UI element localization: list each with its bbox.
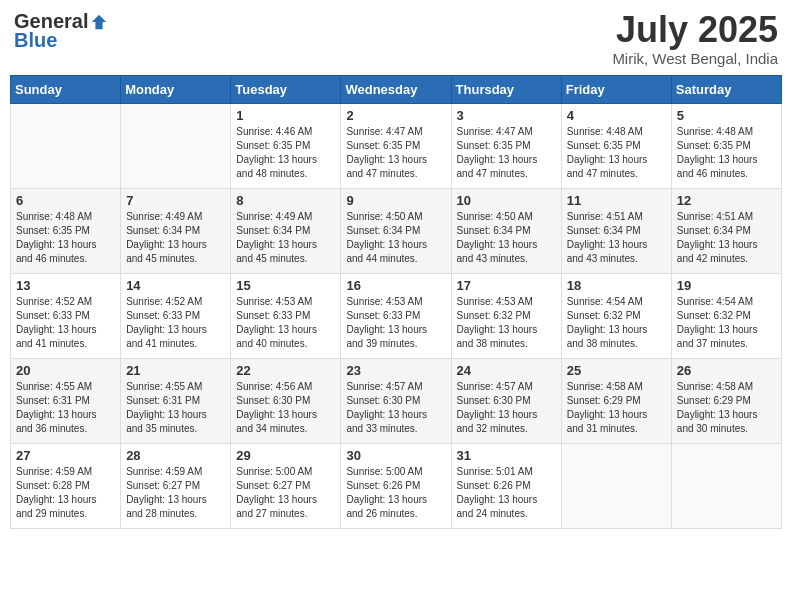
calendar-table: SundayMondayTuesdayWednesdayThursdayFrid… (10, 75, 782, 529)
day-number: 18 (567, 278, 666, 293)
day-info: Sunrise: 4:50 AMSunset: 6:34 PMDaylight:… (346, 210, 445, 266)
day-number: 26 (677, 363, 776, 378)
day-number: 28 (126, 448, 225, 463)
calendar-cell: 25Sunrise: 4:58 AMSunset: 6:29 PMDayligh… (561, 358, 671, 443)
calendar-cell: 5Sunrise: 4:48 AMSunset: 6:35 PMDaylight… (671, 103, 781, 188)
day-info: Sunrise: 4:53 AMSunset: 6:33 PMDaylight:… (236, 295, 335, 351)
day-info: Sunrise: 4:48 AMSunset: 6:35 PMDaylight:… (16, 210, 115, 266)
day-info: Sunrise: 4:48 AMSunset: 6:35 PMDaylight:… (567, 125, 666, 181)
day-number: 2 (346, 108, 445, 123)
calendar-cell: 4Sunrise: 4:48 AMSunset: 6:35 PMDaylight… (561, 103, 671, 188)
day-number: 25 (567, 363, 666, 378)
calendar-cell: 30Sunrise: 5:00 AMSunset: 6:26 PMDayligh… (341, 443, 451, 528)
day-number: 6 (16, 193, 115, 208)
day-number: 27 (16, 448, 115, 463)
day-number: 30 (346, 448, 445, 463)
logo: General Blue (14, 10, 108, 52)
day-number: 22 (236, 363, 335, 378)
day-info: Sunrise: 5:01 AMSunset: 6:26 PMDaylight:… (457, 465, 556, 521)
day-number: 12 (677, 193, 776, 208)
day-number: 13 (16, 278, 115, 293)
day-info: Sunrise: 4:54 AMSunset: 6:32 PMDaylight:… (677, 295, 776, 351)
column-header-monday: Monday (121, 75, 231, 103)
calendar-cell: 7Sunrise: 4:49 AMSunset: 6:34 PMDaylight… (121, 188, 231, 273)
calendar-week-row: 1Sunrise: 4:46 AMSunset: 6:35 PMDaylight… (11, 103, 782, 188)
page-header: General Blue July 2025 Mirik, West Benga… (10, 10, 782, 67)
calendar-cell: 13Sunrise: 4:52 AMSunset: 6:33 PMDayligh… (11, 273, 121, 358)
title-block: July 2025 Mirik, West Bengal, India (612, 10, 778, 67)
day-info: Sunrise: 4:59 AMSunset: 6:28 PMDaylight:… (16, 465, 115, 521)
day-number: 19 (677, 278, 776, 293)
day-number: 31 (457, 448, 556, 463)
calendar-cell (11, 103, 121, 188)
column-header-wednesday: Wednesday (341, 75, 451, 103)
calendar-header-row: SundayMondayTuesdayWednesdayThursdayFrid… (11, 75, 782, 103)
day-number: 9 (346, 193, 445, 208)
day-number: 7 (126, 193, 225, 208)
day-number: 5 (677, 108, 776, 123)
day-number: 3 (457, 108, 556, 123)
day-number: 21 (126, 363, 225, 378)
calendar-cell: 27Sunrise: 4:59 AMSunset: 6:28 PMDayligh… (11, 443, 121, 528)
calendar-cell: 17Sunrise: 4:53 AMSunset: 6:32 PMDayligh… (451, 273, 561, 358)
calendar-cell: 11Sunrise: 4:51 AMSunset: 6:34 PMDayligh… (561, 188, 671, 273)
calendar-cell: 20Sunrise: 4:55 AMSunset: 6:31 PMDayligh… (11, 358, 121, 443)
day-info: Sunrise: 4:47 AMSunset: 6:35 PMDaylight:… (346, 125, 445, 181)
calendar-cell: 2Sunrise: 4:47 AMSunset: 6:35 PMDaylight… (341, 103, 451, 188)
calendar-cell: 8Sunrise: 4:49 AMSunset: 6:34 PMDaylight… (231, 188, 341, 273)
day-info: Sunrise: 4:58 AMSunset: 6:29 PMDaylight:… (677, 380, 776, 436)
column-header-sunday: Sunday (11, 75, 121, 103)
calendar-cell: 12Sunrise: 4:51 AMSunset: 6:34 PMDayligh… (671, 188, 781, 273)
calendar-cell: 29Sunrise: 5:00 AMSunset: 6:27 PMDayligh… (231, 443, 341, 528)
calendar-cell: 19Sunrise: 4:54 AMSunset: 6:32 PMDayligh… (671, 273, 781, 358)
location-text: Mirik, West Bengal, India (612, 50, 778, 67)
day-number: 29 (236, 448, 335, 463)
calendar-cell: 15Sunrise: 4:53 AMSunset: 6:33 PMDayligh… (231, 273, 341, 358)
day-info: Sunrise: 4:51 AMSunset: 6:34 PMDaylight:… (567, 210, 666, 266)
day-info: Sunrise: 4:53 AMSunset: 6:33 PMDaylight:… (346, 295, 445, 351)
logo-blue-text: Blue (14, 29, 57, 52)
column-header-thursday: Thursday (451, 75, 561, 103)
logo-icon (90, 13, 108, 31)
day-number: 17 (457, 278, 556, 293)
day-number: 16 (346, 278, 445, 293)
day-info: Sunrise: 4:46 AMSunset: 6:35 PMDaylight:… (236, 125, 335, 181)
day-info: Sunrise: 4:55 AMSunset: 6:31 PMDaylight:… (126, 380, 225, 436)
day-info: Sunrise: 4:50 AMSunset: 6:34 PMDaylight:… (457, 210, 556, 266)
column-header-saturday: Saturday (671, 75, 781, 103)
calendar-cell: 24Sunrise: 4:57 AMSunset: 6:30 PMDayligh… (451, 358, 561, 443)
day-number: 1 (236, 108, 335, 123)
day-info: Sunrise: 4:57 AMSunset: 6:30 PMDaylight:… (457, 380, 556, 436)
column-header-friday: Friday (561, 75, 671, 103)
day-number: 23 (346, 363, 445, 378)
calendar-cell: 23Sunrise: 4:57 AMSunset: 6:30 PMDayligh… (341, 358, 451, 443)
calendar-week-row: 20Sunrise: 4:55 AMSunset: 6:31 PMDayligh… (11, 358, 782, 443)
day-info: Sunrise: 4:59 AMSunset: 6:27 PMDaylight:… (126, 465, 225, 521)
day-number: 20 (16, 363, 115, 378)
day-number: 11 (567, 193, 666, 208)
day-info: Sunrise: 4:49 AMSunset: 6:34 PMDaylight:… (236, 210, 335, 266)
calendar-cell: 10Sunrise: 4:50 AMSunset: 6:34 PMDayligh… (451, 188, 561, 273)
day-number: 14 (126, 278, 225, 293)
day-info: Sunrise: 4:47 AMSunset: 6:35 PMDaylight:… (457, 125, 556, 181)
calendar-cell (671, 443, 781, 528)
day-info: Sunrise: 4:49 AMSunset: 6:34 PMDaylight:… (126, 210, 225, 266)
day-number: 24 (457, 363, 556, 378)
day-info: Sunrise: 4:51 AMSunset: 6:34 PMDaylight:… (677, 210, 776, 266)
month-title: July 2025 (612, 10, 778, 50)
calendar-cell: 28Sunrise: 4:59 AMSunset: 6:27 PMDayligh… (121, 443, 231, 528)
calendar-cell: 31Sunrise: 5:01 AMSunset: 6:26 PMDayligh… (451, 443, 561, 528)
calendar-cell: 21Sunrise: 4:55 AMSunset: 6:31 PMDayligh… (121, 358, 231, 443)
day-info: Sunrise: 4:53 AMSunset: 6:32 PMDaylight:… (457, 295, 556, 351)
calendar-week-row: 13Sunrise: 4:52 AMSunset: 6:33 PMDayligh… (11, 273, 782, 358)
day-info: Sunrise: 4:52 AMSunset: 6:33 PMDaylight:… (126, 295, 225, 351)
calendar-cell: 18Sunrise: 4:54 AMSunset: 6:32 PMDayligh… (561, 273, 671, 358)
day-number: 8 (236, 193, 335, 208)
column-header-tuesday: Tuesday (231, 75, 341, 103)
day-info: Sunrise: 4:54 AMSunset: 6:32 PMDaylight:… (567, 295, 666, 351)
calendar-cell: 9Sunrise: 4:50 AMSunset: 6:34 PMDaylight… (341, 188, 451, 273)
calendar-cell: 26Sunrise: 4:58 AMSunset: 6:29 PMDayligh… (671, 358, 781, 443)
calendar-week-row: 6Sunrise: 4:48 AMSunset: 6:35 PMDaylight… (11, 188, 782, 273)
day-number: 15 (236, 278, 335, 293)
day-info: Sunrise: 4:56 AMSunset: 6:30 PMDaylight:… (236, 380, 335, 436)
